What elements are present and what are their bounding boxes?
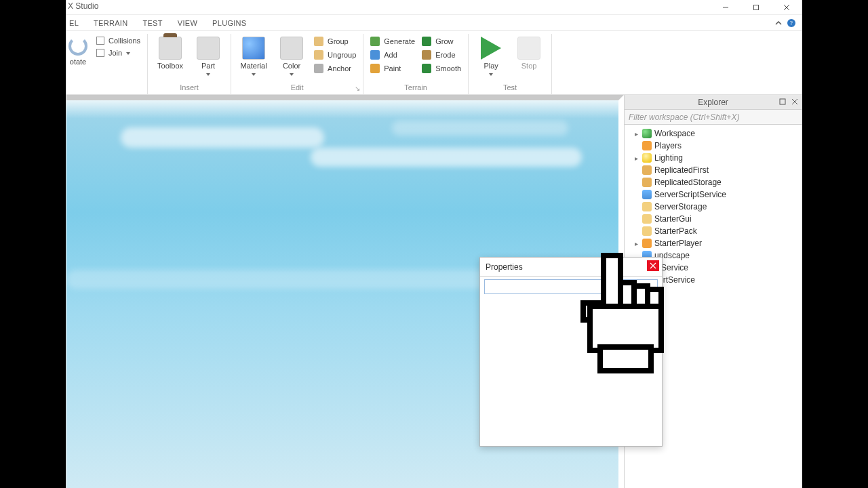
rotate-button[interactable]: otate xyxy=(66,35,90,66)
explorer-item[interactable]: Players xyxy=(626,140,800,152)
box-icon xyxy=(642,165,652,175)
properties-window[interactable]: Properties xyxy=(479,257,663,447)
script-icon xyxy=(642,190,652,199)
rotate-icon xyxy=(68,37,87,56)
filter-placeholder: Filter workspace (Ctrl+Shift+X) xyxy=(629,113,739,122)
dropdown-icon xyxy=(251,73,256,78)
explorer-item-label: ServerScriptService xyxy=(654,190,726,199)
work-area: Explorer Filter workspace (Ctrl+Shift+X)… xyxy=(66,95,802,488)
explorer-header: Explorer xyxy=(625,95,802,110)
anchor-icon xyxy=(314,64,323,73)
players-icon xyxy=(642,239,652,248)
svg-rect-6 xyxy=(780,99,785,104)
explorer-item-label: Players xyxy=(654,141,682,150)
explorer-item[interactable]: ServerStorage xyxy=(626,201,800,213)
dialog-launcher-icon[interactable]: ↘ xyxy=(355,85,360,92)
expand-icon[interactable]: ▸ xyxy=(633,130,639,138)
terrain-smooth-button[interactable]: Smooth xyxy=(422,64,461,73)
explorer-item-label: Workspace xyxy=(654,129,695,138)
properties-filter-input[interactable] xyxy=(484,279,658,294)
explorer-item[interactable]: ▸Lighting xyxy=(626,152,800,164)
explorer-item[interactable]: ReplicatedFirst xyxy=(626,164,800,176)
material-icon xyxy=(242,37,265,60)
add-icon xyxy=(370,50,380,60)
toolbox-icon xyxy=(159,37,182,60)
world-icon xyxy=(642,129,652,138)
color-icon xyxy=(280,37,303,60)
cloud xyxy=(392,121,568,136)
stop-button[interactable]: Stop xyxy=(513,35,545,70)
part-icon xyxy=(197,37,220,60)
box-icon xyxy=(642,178,652,187)
group-button[interactable]: Group xyxy=(314,37,356,46)
toolbox-button[interactable]: Toolbox xyxy=(155,35,186,70)
properties-close-button[interactable] xyxy=(647,260,659,271)
paint-icon xyxy=(370,64,380,73)
explorer-filter-input[interactable]: Filter workspace (Ctrl+Shift+X) xyxy=(625,110,802,125)
collapse-ribbon-icon[interactable] xyxy=(774,19,783,27)
explorer-item-label: Lighting xyxy=(654,153,683,163)
terrain-generate-button[interactable]: Generate xyxy=(370,37,415,46)
explorer-item[interactable]: ServerScriptService xyxy=(626,188,800,201)
minimize-button[interactable] xyxy=(710,0,741,15)
color-button[interactable]: Color xyxy=(276,35,307,78)
dropdown-icon xyxy=(205,73,211,78)
ribbon-tabs: EL TERRAIN TEST VIEW PLUGINS ? xyxy=(66,15,802,31)
part-button[interactable]: Part xyxy=(193,35,224,78)
group-label xyxy=(66,82,140,94)
dropdown-icon xyxy=(488,73,494,78)
terrain-paint-button[interactable]: Paint xyxy=(370,64,415,73)
tab-plugins[interactable]: PLUGINS xyxy=(212,16,246,30)
play-button[interactable]: Play xyxy=(475,35,507,78)
tab-terrain[interactable]: TERRAIN xyxy=(94,16,127,30)
explorer-item-label: StarterPack xyxy=(654,226,697,236)
svg-rect-1 xyxy=(753,5,758,10)
app-window: X Studio EL TERRAIN TEST VIEW PLUGINS xyxy=(66,0,802,488)
tab-view[interactable]: VIEW xyxy=(178,16,197,30)
group-label: Terrain xyxy=(370,82,461,94)
ungroup-button[interactable]: Ungroup xyxy=(314,50,356,60)
explorer-title: Explorer xyxy=(698,98,728,107)
close-icon[interactable] xyxy=(789,96,800,107)
svg-text:?: ? xyxy=(790,20,793,26)
explorer-item[interactable]: StarterGui xyxy=(626,213,800,225)
collisions-toggle[interactable]: Collisions xyxy=(96,37,140,45)
terrain-grow-button[interactable]: Grow xyxy=(422,37,461,46)
smooth-icon xyxy=(422,64,431,73)
group-label: Insert xyxy=(155,82,224,94)
explorer-item[interactable]: ▸Workspace xyxy=(626,127,800,140)
undock-icon[interactable] xyxy=(777,96,788,107)
expand-icon[interactable]: ▸ xyxy=(633,155,639,162)
group-icon xyxy=(314,37,323,46)
folder-icon xyxy=(642,202,652,211)
dropdown-icon xyxy=(126,52,130,55)
play-icon xyxy=(481,37,501,60)
explorer-item[interactable]: StarterPack xyxy=(626,225,800,237)
light-icon xyxy=(642,153,652,163)
explorer-item[interactable]: ▸StarterPlayer xyxy=(626,237,800,249)
material-button[interactable]: Material xyxy=(238,35,269,78)
anchor-button[interactable]: Anchor xyxy=(314,64,356,73)
explorer-item-label: ServerStorage xyxy=(654,202,707,211)
checkbox-icon xyxy=(96,49,104,57)
explorer-item[interactable]: ReplicatedStorage xyxy=(626,176,800,188)
close-button[interactable] xyxy=(771,0,802,15)
dropdown-icon xyxy=(289,73,294,78)
expand-icon[interactable]: ▸ xyxy=(633,240,639,247)
join-toggle[interactable]: Join xyxy=(96,49,140,57)
terrain-erode-button[interactable]: Erode xyxy=(422,50,461,60)
checkbox-icon xyxy=(96,37,104,45)
tab-test[interactable]: TEST xyxy=(142,16,162,30)
tab-model[interactable]: EL xyxy=(69,16,79,30)
explorer-item-label: StarterGui xyxy=(654,214,692,224)
terrain-add-button[interactable]: Add xyxy=(370,50,415,60)
explorer-item-label: ReplicatedStorage xyxy=(654,178,722,187)
maximize-button[interactable] xyxy=(741,0,771,15)
ungroup-icon xyxy=(314,50,323,60)
explorer-item-label: StarterPlayer xyxy=(654,239,702,248)
group-label: Edit xyxy=(238,82,356,94)
cloud xyxy=(121,127,324,148)
help-icon[interactable]: ? xyxy=(787,18,796,28)
properties-titlebar[interactable]: Properties xyxy=(480,258,662,277)
generate-icon xyxy=(370,37,380,46)
